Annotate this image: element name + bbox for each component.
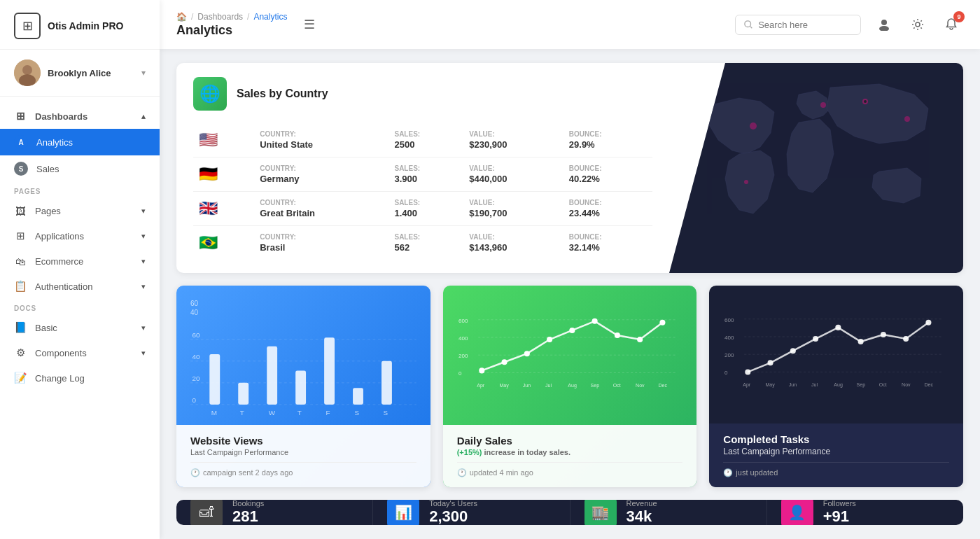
world-map [669, 63, 963, 273]
svg-point-72 [813, 336, 818, 342]
sidebar-item-label: Dashboards [35, 111, 88, 122]
completed-tasks-title: Completed Tasks [723, 433, 949, 445]
bookings-value: 281 [232, 507, 264, 525]
svg-rect-23 [267, 346, 277, 405]
sidebar-item-applications[interactable]: ⊞ Applications ▾ [0, 223, 160, 248]
sidebar-item-changelog[interactable]: 📝 Change Log [0, 365, 160, 391]
sales-letter-icon: S [14, 162, 28, 176]
analytics-letter-icon: A [14, 135, 28, 149]
svg-text:Apr: Apr [477, 383, 485, 388]
sidebar-logo: ⊞ Otis Admin PRO [0, 0, 160, 50]
chevron-down-icon: ▾ [141, 232, 146, 241]
svg-text:T: T [298, 409, 302, 416]
svg-point-7 [916, 22, 920, 27]
table-row: 🇬🇧 Country:Great Britain Sales:1.400 Val… [193, 192, 652, 226]
sidebar-item-ecommerce[interactable]: 🛍 Ecommerce ▾ [0, 248, 160, 274]
svg-line-4 [750, 27, 752, 29]
pages-icon: 🖼 [14, 204, 27, 217]
sidebar-nav: ⊞ Dashboards ▴ A Analytics S Sales PAGES… [0, 97, 160, 539]
completed-tasks-card: 600 400 200 0 [709, 286, 963, 487]
sidebar-item-analytics[interactable]: A Analytics [0, 129, 160, 155]
svg-text:200: 200 [458, 353, 468, 359]
svg-point-71 [790, 348, 796, 354]
svg-rect-24 [295, 370, 306, 404]
sales-by-country-card: 🌐 Sales by Country 🇺🇸 Country:United Sta… [176, 63, 963, 273]
svg-text:600: 600 [458, 318, 468, 324]
sidebar-item-label: Sales [36, 164, 59, 174]
svg-point-6 [879, 26, 889, 31]
svg-point-43 [479, 368, 484, 373]
topbar: 🏠 / Dashboards / Analytics Analytics ☰ 9 [160, 0, 980, 49]
svg-rect-27 [382, 361, 392, 405]
search-icon [744, 20, 752, 29]
chart-bottom-green: Daily Sales (+15%) increase in today sal… [443, 425, 697, 487]
search-input[interactable] [758, 20, 852, 30]
svg-text:600: 600 [724, 317, 734, 323]
table-row: 🇩🇪 Country:Germany Sales:3.900 Value:$44… [193, 158, 652, 192]
svg-point-47 [569, 328, 575, 333]
globe-icon: 🌐 [193, 77, 227, 111]
sales-table: 🇺🇸 Country:United State Sales:2500 Value… [193, 123, 652, 260]
svg-text:S: S [383, 409, 388, 416]
svg-text:W: W [269, 409, 276, 416]
sidebar-item-authentication[interactable]: 📋 Authentication ▾ [0, 274, 160, 299]
today-users-value: 2,300 [429, 507, 477, 525]
sidebar-item-components[interactable]: ⚙ Components ▾ [0, 340, 160, 365]
header-icons: 9 [872, 13, 963, 36]
search-box[interactable] [735, 15, 861, 35]
sales-header: 🌐 Sales by Country [193, 77, 652, 111]
svg-text:Jun: Jun [789, 382, 797, 387]
svg-point-49 [615, 332, 620, 338]
sidebar-user[interactable]: Brooklyn Alice ▾ [0, 50, 160, 97]
settings-button[interactable] [906, 13, 930, 36]
user-profile-button[interactable] [872, 13, 896, 36]
svg-text:60: 60 [192, 331, 200, 339]
stat-followers: 👤 Followers +91 [767, 500, 963, 526]
svg-text:Oct: Oct [613, 383, 621, 388]
sidebar-item-pages[interactable]: 🖼 Pages ▾ [0, 198, 160, 223]
sidebar-item-dashboards[interactable]: ⊞ Dashboards ▴ [0, 104, 160, 129]
changelog-icon: 📝 [14, 372, 27, 384]
sidebar-item-basic[interactable]: 📘 Basic ▾ [0, 315, 160, 340]
table-row: 🇺🇸 Country:United State Sales:2500 Value… [193, 123, 652, 158]
clock-icon: 🕐 [190, 468, 200, 477]
notifications-button[interactable]: 9 [939, 13, 963, 36]
svg-text:Sep: Sep [857, 382, 866, 388]
sidebar-item-label: Applications [35, 231, 84, 241]
authentication-icon: 📋 [14, 280, 27, 293]
header-left: 🏠 / Dashboards / Analytics Analytics [176, 12, 287, 38]
sidebar-item-label: Basic [35, 323, 57, 333]
sidebar-item-label: Change Log [35, 373, 85, 384]
svg-point-9 [820, 102, 826, 108]
sidebar-item-label: Components [35, 348, 87, 358]
today-users-label: Today's Users [429, 500, 477, 507]
sidebar-item-sales[interactable]: S Sales [0, 155, 160, 182]
followers-icon: 👤 [781, 500, 813, 526]
main-content: 🏠 / Dashboards / Analytics Analytics ☰ 9 [160, 0, 980, 539]
clock-icon: 🕐 [723, 468, 733, 477]
sales-table-section: 🌐 Sales by Country 🇺🇸 Country:United Sta… [176, 63, 669, 273]
svg-point-11 [904, 116, 910, 122]
dashboards-icon: ⊞ [14, 110, 27, 122]
hamburger-icon[interactable]: ☰ [304, 17, 315, 32]
notification-badge: 9 [953, 11, 965, 22]
svg-text:Oct: Oct [879, 382, 887, 387]
sidebar: ⊞ Otis Admin PRO Brooklyn Alice ▾ ⊞ Dash… [0, 0, 160, 539]
svg-point-75 [881, 332, 886, 337]
svg-text:Sep: Sep [590, 383, 599, 388]
svg-point-45 [524, 351, 529, 356]
sidebar-item-label: Ecommerce [35, 256, 83, 267]
avatar [14, 59, 41, 86]
completed-tasks-meta: 🕐 just updated [723, 468, 949, 477]
revenue-value: 34k [626, 507, 657, 525]
svg-text:40: 40 [192, 353, 200, 360]
svg-point-48 [592, 318, 597, 324]
svg-text:400: 400 [724, 335, 734, 341]
ecommerce-icon: 🛍 [14, 255, 27, 267]
charts-row: 60 40 .grid-line{stroke:rgba(255,255,255… [176, 286, 963, 487]
bar-chart-svg: .grid-line{stroke:rgba(255,255,255,0.2);… [190, 322, 416, 418]
svg-text:Apr: Apr [743, 382, 752, 388]
svg-text:0: 0 [724, 370, 728, 376]
svg-text:Aug: Aug [568, 383, 577, 388]
logo-text: Otis Admin PRO [48, 20, 123, 31]
